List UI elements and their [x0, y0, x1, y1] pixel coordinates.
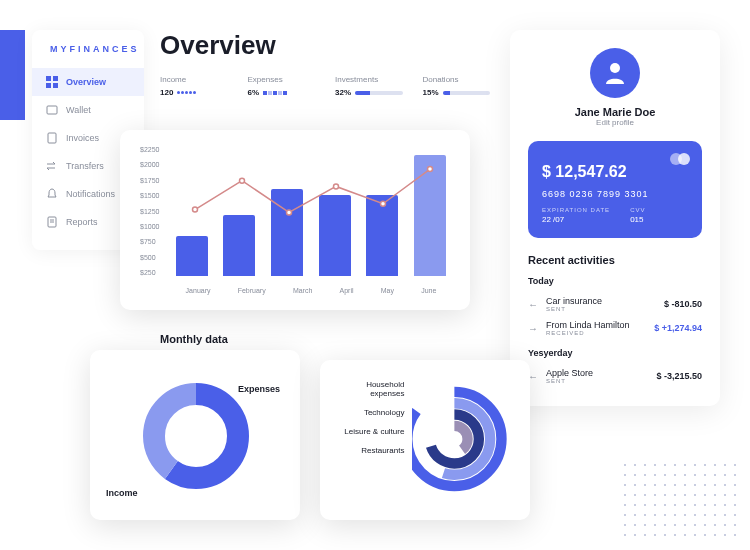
day-label: Today: [528, 276, 702, 286]
user-icon: [600, 58, 630, 88]
wallet-icon: [46, 104, 58, 116]
transfers-icon: [46, 160, 58, 172]
right-panel: Jane Marie Doe Edit profile $ 12,547.62 …: [510, 30, 720, 406]
progress-bar: [355, 91, 402, 95]
bar: [319, 195, 351, 276]
card-balance: $ 12,547.62: [542, 163, 688, 181]
donut-label-expenses: Expenses: [238, 384, 280, 394]
radial-labels: Household expensesTechnologyLeisure & cu…: [334, 374, 404, 506]
bell-icon: [46, 188, 58, 200]
metric-donations: Donations 15%: [423, 75, 491, 97]
main-content: Overview Income 120 Expenses 6% Investme…: [160, 30, 490, 105]
edit-profile-link[interactable]: Edit profile: [528, 118, 702, 127]
page-title: Overview: [160, 30, 490, 61]
credit-card[interactable]: $ 12,547.62 6698 0236 7899 3301 EXPIRATI…: [528, 141, 702, 238]
radial-chart: [412, 374, 516, 504]
bar: [176, 236, 208, 276]
radial-chart-card: Household expensesTechnologyLeisure & cu…: [320, 360, 530, 520]
svg-rect-2: [46, 83, 51, 88]
metric-income: Income 120: [160, 75, 228, 97]
sparkline-icon: [177, 91, 196, 94]
user-name: Jane Marie Doe: [528, 106, 702, 118]
donut-chart-card: Expenses Income: [90, 350, 300, 520]
bar-chart-card: $2250$2000$1750$1500$1250$1000$750$500$2…: [120, 130, 470, 310]
decorative-block: [0, 30, 25, 120]
invoice-icon: [46, 132, 58, 144]
svg-rect-5: [48, 133, 56, 143]
recent-list: Today←Car insuranceSENT$ -810.50→From Li…: [528, 276, 702, 388]
bar: [223, 215, 255, 276]
bar: [271, 189, 303, 276]
metric-investments: Investments 32%: [335, 75, 403, 97]
bar: [414, 155, 446, 276]
sidebar-item-overview[interactable]: Overview: [32, 68, 144, 96]
sidebar-item-label: Overview: [66, 77, 106, 87]
grid-icon: [46, 76, 58, 88]
sidebar-item-label: Transfers: [66, 161, 104, 171]
sidebar-item-label: Invoices: [66, 133, 99, 143]
metrics-row: Income 120 Expenses 6% Investments 32% D…: [160, 75, 490, 97]
y-axis: $2250$2000$1750$1500$1250$1000$750$500$2…: [140, 146, 159, 276]
x-axis: JanuaryFebruaryMarchAprilMayJune: [172, 287, 450, 294]
donut-chart: [136, 376, 256, 496]
svg-rect-3: [53, 83, 58, 88]
sidebar-item-label: Wallet: [66, 105, 91, 115]
mini-bars-icon: [263, 91, 287, 95]
svg-rect-1: [53, 76, 58, 81]
decorative-dots: [620, 460, 740, 540]
activity-amount: $ +1,274.94: [654, 323, 702, 333]
bars: [172, 146, 450, 276]
svg-point-20: [442, 426, 468, 452]
monthly-data-title: Monthly data: [160, 333, 228, 345]
avatar[interactable]: [590, 48, 640, 98]
svg-point-21: [610, 63, 620, 73]
sidebar-item-label: Reports: [66, 217, 98, 227]
arrow-out-icon: ←: [528, 299, 540, 310]
mastercard-icon: [670, 153, 690, 165]
activity-row[interactable]: ←Car insuranceSENT$ -810.50: [528, 292, 702, 316]
activity-amount: $ -810.50: [664, 299, 702, 309]
activity-amount: $ -3,215.50: [656, 371, 702, 381]
recent-activities-title: Recent activities: [528, 254, 702, 266]
logo: MYFINANCES: [32, 44, 144, 68]
activity-row[interactable]: ←Apple StoreSENT$ -3,215.50: [528, 364, 702, 388]
svg-rect-4: [47, 106, 57, 114]
bar: [366, 195, 398, 276]
svg-rect-0: [46, 76, 51, 81]
arrow-in-icon: →: [528, 323, 540, 334]
donut-label-income: Income: [106, 488, 138, 498]
sidebar-item-label: Notifications: [66, 189, 115, 199]
sidebar-item-wallet[interactable]: Wallet: [32, 96, 144, 124]
activity-row[interactable]: →From Linda HamiltonRECEIVED$ +1,274.94: [528, 316, 702, 340]
card-number: 6698 0236 7899 3301: [542, 189, 688, 199]
reports-icon: [46, 216, 58, 228]
progress-bar: [443, 91, 490, 95]
day-label: Yesyerday: [528, 348, 702, 358]
metric-expenses: Expenses 6%: [248, 75, 316, 97]
